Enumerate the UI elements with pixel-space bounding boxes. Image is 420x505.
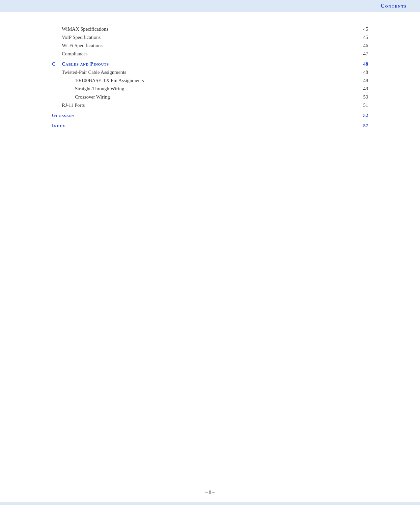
toc-row-3[interactable]: Compliances 47 [52, 50, 368, 58]
standalone-title: Index [52, 123, 355, 129]
footer-dash-right: – [212, 490, 215, 495]
subsection-text: 10/100BASE-TX Pin Assignments [75, 78, 144, 83]
toc-row-8[interactable]: Crossover Wiring 50 [52, 93, 368, 101]
content-area: WiMAX Specifications 45 VoIP Specificati… [52, 12, 368, 143]
subsection-text: Wi-Fi Specifications [62, 43, 103, 48]
leader [124, 90, 355, 90]
chapter-letter: C [52, 61, 62, 67]
toc-row-2[interactable]: Wi-Fi Specifications 46 [52, 42, 368, 50]
subsection-page: 45 [355, 26, 368, 32]
toc-row-1[interactable]: VoIP Specifications 45 [52, 33, 368, 42]
toc-row-11[interactable]: Index 57 [52, 120, 368, 130]
leader [108, 30, 355, 31]
leader [144, 82, 355, 82]
subsection-page: 48 [355, 70, 368, 75]
footer-dash-left: – [206, 490, 209, 495]
chapter-title: Cables and Pinouts [62, 61, 355, 67]
standalone-title: Glossary [52, 113, 355, 118]
toc-row-7[interactable]: Straight-Through Wiring 49 [52, 85, 368, 93]
leader [100, 39, 355, 39]
footer-area: – 8 – [0, 490, 420, 495]
header-title: Contents [381, 3, 407, 9]
chapter-page: 48 [355, 61, 368, 67]
leader [88, 55, 355, 55]
standalone-page: 52 [355, 113, 368, 118]
leader [110, 98, 355, 99]
subsection-page: 45 [355, 35, 368, 40]
footer-bottom-bar [0, 502, 420, 505]
subsection-text: VoIP Specifications [62, 35, 101, 40]
toc-row-0[interactable]: WiMAX Specifications 45 [52, 25, 368, 33]
subsection-text: Compliances [62, 51, 88, 57]
subsection-text: Straight-Through Wiring [75, 86, 125, 92]
subsection-page: 47 [355, 51, 368, 57]
subsection-page: 49 [355, 86, 368, 92]
toc-row-6[interactable]: 10/100BASE-TX Pin Assignments 48 [52, 76, 368, 85]
subsection-page: 51 [355, 103, 368, 108]
leader [126, 74, 355, 74]
leader [85, 106, 355, 107]
subsection-page: 48 [355, 78, 368, 83]
leader [102, 47, 355, 47]
subsection-text: Crossover Wiring [75, 94, 110, 100]
footer-page-number: 8 [209, 490, 211, 495]
subsection-page: 46 [355, 43, 368, 48]
subsection-text: WiMAX Specifications [62, 26, 108, 32]
toc-row-4[interactable]: C Cables and Pinouts 48 [52, 58, 368, 68]
toc-row-10[interactable]: Glossary 52 [52, 109, 368, 120]
standalone-page: 57 [355, 123, 368, 129]
toc-row-5[interactable]: Twisted-Pair Cable Assignments 48 [52, 68, 368, 76]
header-bar: Contents [0, 0, 420, 12]
subsection-page: 50 [355, 94, 368, 100]
toc-container: WiMAX Specifications 45 VoIP Specificati… [52, 25, 368, 130]
toc-row-9[interactable]: RJ-11 Ports 51 [52, 101, 368, 109]
subsection-text: Twisted-Pair Cable Assignments [62, 70, 126, 75]
subsection-text: RJ-11 Ports [62, 103, 85, 108]
